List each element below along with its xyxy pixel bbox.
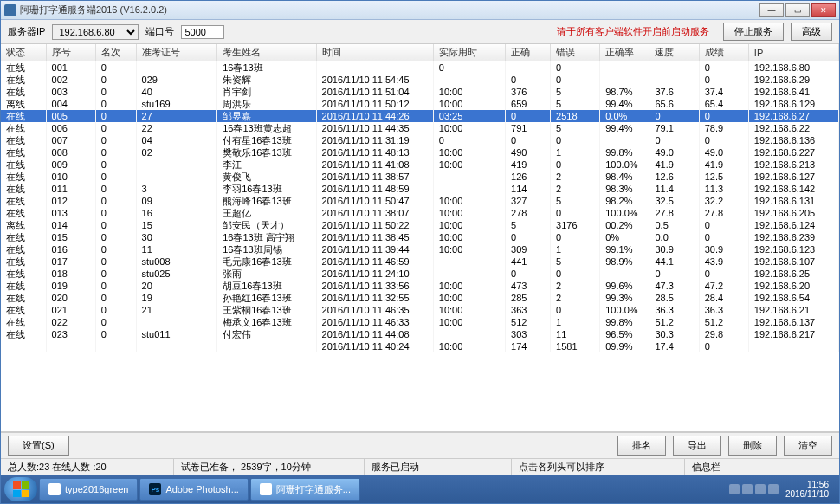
stop-service-button[interactable]: 停止服务	[723, 23, 784, 41]
table-cell: 10:00	[433, 122, 505, 134]
taskbar-item[interactable]: 阿珊打字通服务...	[250, 478, 360, 501]
column-header[interactable]: 状态	[1, 44, 46, 61]
table-cell: 30.9	[699, 243, 748, 255]
column-header[interactable]: 考生姓名	[217, 44, 316, 61]
table-cell: 2016/11/10 11:24:10	[316, 268, 433, 280]
port-input[interactable]	[181, 25, 224, 39]
table-cell: 192.168.6.205	[748, 207, 838, 219]
table-cell: 0	[95, 316, 136, 328]
table-cell: 99.6%	[600, 280, 649, 292]
table-cell	[136, 171, 217, 183]
table-cell: 在线	[1, 328, 46, 340]
table-cell: 0	[649, 134, 699, 146]
table-row[interactable]: 在线01503016春13班 高宇翔2016/11/10 11:38:4510:…	[1, 231, 839, 243]
table-cell: 2	[551, 171, 600, 183]
table-row[interactable]: 在线0170stu008毛元康16春13班2016/11/10 11:46:59…	[1, 255, 839, 268]
table-cell: stu008	[136, 255, 217, 268]
column-header[interactable]: 正确率	[600, 44, 649, 61]
table-cell: 10:00	[433, 231, 505, 243]
tray-icons[interactable]	[729, 484, 779, 494]
table-row[interactable]: 在线007004付有星16春13班2016/11/10 11:31:190000…	[1, 134, 839, 146]
settings-button[interactable]: 设置(S)	[8, 436, 69, 456]
table-cell	[1, 340, 46, 352]
delete-button[interactable]: 删除	[728, 436, 777, 456]
table-row[interactable]: 在线019020胡豆16春13班2016/11/10 11:33:5610:00…	[1, 280, 839, 292]
table-cell	[506, 61, 551, 74]
column-header[interactable]: 错误	[551, 44, 600, 61]
column-header[interactable]: 速度	[649, 44, 699, 61]
table-row[interactable]: 在线020019孙艳红16春13班2016/11/10 11:32:5510:0…	[1, 292, 839, 304]
advanced-button[interactable]: 高级	[791, 23, 832, 41]
table-cell: 0	[699, 134, 748, 146]
start-button[interactable]	[4, 477, 37, 501]
table-cell: 在线	[1, 280, 46, 292]
taskbar-item[interactable]: type2016green	[39, 478, 138, 501]
table-row[interactable]: 在线012009熊海峰16春13班2016/11/10 11:50:4710:0…	[1, 195, 839, 207]
table-cell: 10:00	[433, 243, 505, 255]
table-row[interactable]: 离线0040stu169周洪乐2016/11/10 11:50:1210:006…	[1, 98, 839, 110]
export-button[interactable]: 导出	[673, 436, 721, 456]
system-tray[interactable]: 11:56 2016/11/10	[722, 480, 836, 499]
table-cell	[433, 328, 505, 340]
table-cell: 2016/11/10 11:50:47	[316, 195, 433, 207]
table-cell: 10:00	[433, 340, 505, 352]
table-cell: 0	[95, 219, 136, 231]
table-row[interactable]: 在线0230stu011付宏伟2016/11/10 11:44:08303119…	[1, 328, 839, 340]
table-row[interactable]: 在线008002樊敬乐16春13班2016/11/10 11:48:1310:0…	[1, 146, 839, 158]
table-cell: 00.2%	[600, 219, 649, 231]
server-ip-select[interactable]: 192.168.6.80	[52, 24, 139, 40]
column-header[interactable]: 准考证号	[136, 44, 217, 61]
maximize-button[interactable]: ▭	[785, 3, 810, 17]
table-cell	[316, 61, 433, 74]
table-row[interactable]: 在线0220梅承文16春13班2016/11/10 11:46:3310:005…	[1, 316, 839, 328]
table-row[interactable]: 2016/11/10 11:40:2410:00174158109.9%17.4…	[1, 340, 839, 352]
table-cell: 0.0	[649, 231, 699, 243]
server-ip-label: 服务器IP	[8, 25, 45, 38]
table-cell: 51.2	[649, 316, 699, 328]
table-cell: 0	[95, 328, 136, 340]
table-row[interactable]: 在线013016王超亿2016/11/10 11:38:0710:0027801…	[1, 207, 839, 219]
column-header[interactable]: 序号	[46, 44, 95, 61]
table-cell: 37.4	[699, 86, 748, 98]
table-row[interactable]: 在线001016春13班000192.168.6.80	[1, 61, 839, 74]
table-row[interactable]: 在线021021王紫桐16春13班2016/11/10 11:46:3510:0…	[1, 304, 839, 316]
taskbar-item[interactable]: PsAdobe Photosh...	[139, 478, 248, 501]
table-row[interactable]: 在线0020029朱资辉2016/11/10 11:54:45000192.16…	[1, 74, 839, 86]
column-header[interactable]: 实际用时	[433, 44, 505, 61]
rank-button[interactable]: 排名	[617, 436, 666, 456]
table-cell: 473	[506, 280, 551, 292]
column-header[interactable]: 正确	[506, 44, 551, 61]
column-header[interactable]: IP	[748, 44, 838, 61]
table-cell: 2518	[551, 110, 600, 122]
column-header[interactable]: 时间	[316, 44, 433, 61]
table-area[interactable]: 状态序号名次准考证号考生姓名时间实际用时正确错误正确率速度成绩IP 在线0010…	[1, 44, 839, 432]
table-cell: 363	[506, 304, 551, 316]
table-cell: 在线	[1, 243, 46, 255]
minimize-button[interactable]: —	[759, 3, 784, 17]
table-row[interactable]: 在线0100黄俊飞2016/11/10 11:38:57126298.4%12.…	[1, 171, 839, 183]
table-row[interactable]: 在线0180stu025张雨2016/11/10 11:24:100000192…	[1, 268, 839, 280]
column-header[interactable]: 成绩	[699, 44, 748, 61]
table-cell: 在线	[1, 231, 46, 243]
table-cell: 10:00	[433, 292, 505, 304]
clear-button[interactable]: 清空	[784, 436, 832, 456]
table-cell: 1	[551, 146, 600, 158]
close-button[interactable]: ✕	[811, 3, 836, 17]
table-row[interactable]: 在线01103李羽16春13班2016/11/10 11:48:59114298…	[1, 183, 839, 195]
table-cell: stu011	[136, 328, 217, 340]
table-cell: 11.4	[649, 183, 699, 195]
table-cell: 0	[506, 134, 551, 146]
table-cell: 174	[506, 340, 551, 352]
table-cell: 192.168.6.25	[748, 268, 838, 280]
table-cell: 0	[506, 74, 551, 86]
table-row[interactable]: 在线0090李江2016/11/10 11:41:0810:004190100.…	[1, 158, 839, 171]
table-row[interactable]: 在线005027邹昱嘉2016/11/10 11:44:2603:2502518…	[1, 110, 839, 122]
table-cell: 32.5	[649, 195, 699, 207]
table-row[interactable]: 在线00602216春13班黄志超2016/11/10 11:44:3510:0…	[1, 122, 839, 134]
table-row[interactable]: 在线01601116春13班周锡2016/11/10 11:39:4410:00…	[1, 243, 839, 255]
table-row[interactable]: 在线003040肖宇剑2016/11/10 11:51:0410:0037659…	[1, 86, 839, 98]
column-header[interactable]: 名次	[95, 44, 136, 61]
table-row[interactable]: 离线014015邹安民（天才）2016/11/10 11:50:2210:005…	[1, 219, 839, 231]
table-cell: 付有星16春13班	[217, 134, 316, 146]
table-cell: 2016/11/10 11:38:45	[316, 231, 433, 243]
